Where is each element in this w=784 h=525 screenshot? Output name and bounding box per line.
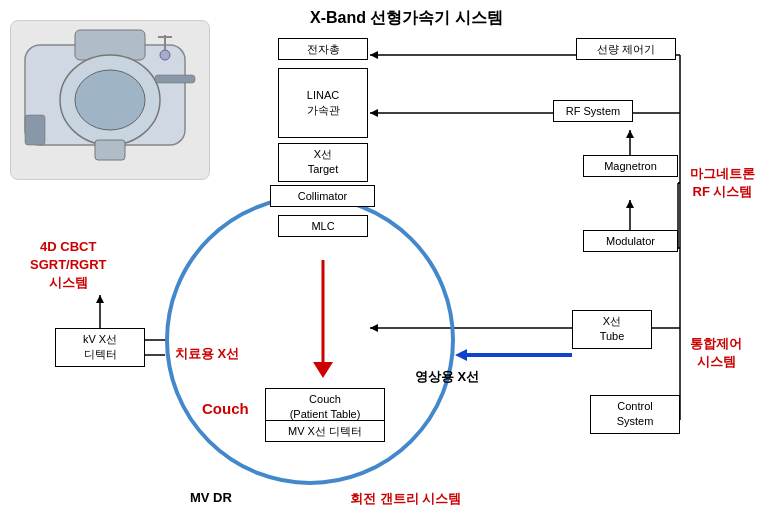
x-tube-box: X선Tube (572, 310, 652, 349)
svg-marker-15 (370, 109, 378, 117)
dose-control-label: 선량 제어기 (597, 43, 655, 55)
kv-detector-box: kV X선디텍터 (55, 328, 145, 367)
linac-box: LINAC가속관 (278, 68, 368, 138)
x-tube-label: X선Tube (600, 315, 625, 342)
mlc-label: MLC (311, 220, 334, 232)
collimator-box: Collimator (270, 185, 375, 207)
modulator-label: Modulator (606, 235, 655, 247)
collimator-label: Collimator (298, 190, 348, 202)
electron-box: 전자총 (278, 38, 368, 60)
kv-detector-label: kV X선디텍터 (83, 333, 117, 360)
couch-table-label: Couch(Patient Table) (290, 393, 361, 420)
mv-detector-box: MV X선 디텍터 (265, 420, 385, 442)
imaging-xray-label: 영상용 X선 (415, 368, 479, 386)
target-box: X선Target (278, 143, 368, 182)
svg-point-7 (160, 50, 170, 60)
rf-system-label: RF System (566, 105, 620, 117)
dose-control-box: 선량 제어기 (576, 38, 676, 60)
magnetron-rf-label: 마그네트론RF 시스템 (690, 165, 755, 201)
svg-rect-5 (155, 75, 195, 83)
machine-image (10, 20, 210, 180)
mlc-box: MLC (278, 215, 368, 237)
magnetron-box: Magnetron (583, 155, 678, 177)
svg-rect-4 (95, 140, 125, 160)
svg-marker-17 (626, 130, 634, 138)
rf-system-box: RF System (553, 100, 633, 122)
main-title: X-Band 선형가속기 시스템 (310, 8, 503, 29)
mv-detector-label: MV X선 디텍터 (288, 425, 362, 437)
electron-label: 전자총 (307, 43, 340, 55)
gantry-system-label: 회전 갠트리 시스템 (350, 490, 461, 508)
svg-point-3 (75, 70, 145, 130)
cbct-label: 4D CBCTSGRT/RGRT시스템 (30, 238, 107, 293)
integrated-control-label: 통합제어시스템 (690, 335, 742, 371)
linac-label: LINAC가속관 (307, 88, 340, 119)
couch-label: Couch (202, 400, 249, 417)
svg-rect-6 (25, 115, 45, 145)
control-system-label: ControlSystem (617, 400, 654, 427)
target-label: X선Target (308, 148, 339, 175)
svg-marker-30 (96, 295, 104, 303)
diagram-container: X-Band 선형가속기 시스템 전자총 LINAC가속관 X선Target C… (0, 0, 784, 525)
control-system-box: ControlSystem (590, 395, 680, 434)
therapy-xray-label: 치료용 X선 (175, 345, 239, 363)
mv-dr-label: MV DR (190, 490, 232, 505)
svg-marker-19 (626, 200, 634, 208)
modulator-box: Modulator (583, 230, 678, 252)
svg-marker-36 (455, 349, 467, 361)
svg-marker-13 (370, 51, 378, 59)
magnetron-label: Magnetron (604, 160, 657, 172)
